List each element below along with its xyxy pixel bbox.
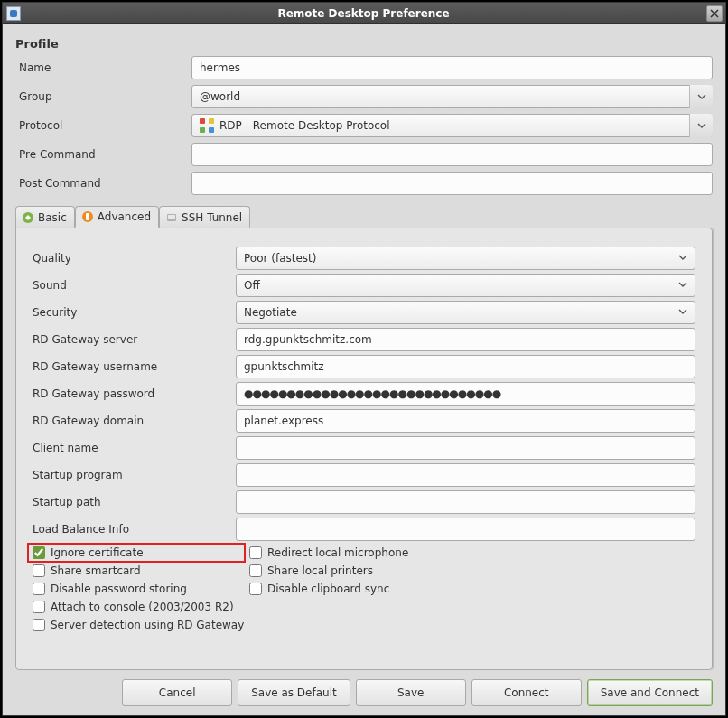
svg-rect-4: [168, 215, 175, 219]
chevron-down-icon: [678, 306, 687, 319]
input-pre-command[interactable]: [191, 143, 713, 166]
titlebar: Remote Desktop Preference: [3, 3, 725, 24]
row-post-command: Post Command: [15, 172, 713, 195]
row-rd-domain: RD Gateway domain: [33, 409, 695, 433]
checkbox-redirect-microphone-input[interactable]: [249, 546, 262, 559]
label-rd-user: RD Gateway username: [33, 360, 236, 373]
checkbox-share-smartcard[interactable]: Share smartcard: [33, 564, 240, 577]
combo-group-display[interactable]: @world: [191, 85, 713, 108]
row-quality: Quality Poor (fastest): [33, 247, 695, 270]
row-rd-server: RD Gateway server: [33, 328, 695, 351]
checkbox-redirect-microphone-label: Redirect local microphone: [267, 546, 408, 559]
checkbox-attach-console-input[interactable]: [33, 601, 45, 613]
input-post-command[interactable]: [191, 172, 713, 195]
tab-ssh-tunnel[interactable]: SSH Tunnel: [159, 206, 250, 228]
select-quality-value: Poor (fastest): [244, 252, 316, 265]
input-client-name[interactable]: [236, 436, 695, 460]
rdp-protocol-icon: [200, 118, 214, 133]
row-startup-path: Startup path: [33, 490, 695, 514]
row-protocol: Protocol RDP - Remote Desktop Protocol: [15, 114, 713, 137]
ssh-tunnel-tab-icon: [165, 211, 178, 224]
checkbox-share-printers[interactable]: Share local printers: [249, 564, 695, 577]
checkbox-server-detection-input[interactable]: [33, 619, 45, 631]
checkbox-server-detection[interactable]: Server detection using RD Gateway: [33, 619, 695, 631]
select-sound[interactable]: Off: [236, 274, 695, 297]
tab-basic[interactable]: Basic: [15, 206, 75, 228]
checkbox-attach-console[interactable]: Attach to console (2003/2003 R2): [33, 601, 695, 613]
input-rd-server[interactable]: [236, 328, 695, 351]
tabstrip: Basic Advanced SSH Tunnel: [15, 206, 713, 228]
tabpane-advanced: Quality Poor (fastest) Sound Off Securit…: [15, 228, 713, 670]
checkbox-ignore-certificate-input[interactable]: [33, 546, 45, 559]
input-rd-pass[interactable]: [236, 382, 695, 406]
label-quality: Quality: [33, 252, 236, 265]
advanced-tab-icon: [81, 210, 94, 223]
checkbox-disable-clipboard-sync-label: Disable clipboard sync: [267, 583, 389, 595]
combo-group-arrow[interactable]: [689, 85, 713, 108]
row-name: Name: [15, 56, 713, 79]
connect-button[interactable]: Connect: [471, 679, 582, 706]
checkbox-disable-password-storing[interactable]: Disable password storing: [33, 583, 240, 595]
checkbox-share-printers-input[interactable]: [249, 564, 262, 577]
select-quality[interactable]: Poor (fastest): [236, 247, 695, 270]
tab-advanced[interactable]: Advanced: [75, 206, 159, 228]
save-button[interactable]: Save: [356, 679, 466, 706]
row-client-name: Client name: [33, 436, 695, 460]
app-icon: [6, 6, 21, 21]
svg-rect-2: [86, 213, 89, 220]
tabs-frame: Basic Advanced SSH Tunnel Qual: [15, 206, 713, 670]
select-security-value: Negotiate: [244, 306, 297, 319]
checkbox-disable-clipboard-sync[interactable]: Disable clipboard sync: [249, 583, 695, 595]
window-title: Remote Desktop Preference: [21, 7, 706, 20]
input-rd-user[interactable]: [236, 355, 695, 378]
cancel-button[interactable]: Cancel: [122, 679, 232, 706]
label-pre-command: Pre Command: [15, 148, 191, 161]
checkbox-share-smartcard-input[interactable]: [33, 564, 45, 577]
input-name[interactable]: [191, 56, 713, 79]
label-rd-server: RD Gateway server: [33, 333, 236, 346]
checkbox-server-detection-label: Server detection using RD Gateway: [51, 619, 244, 631]
label-startup-path: Startup path: [33, 496, 236, 508]
row-pre-command: Pre Command: [15, 143, 713, 166]
profile-section-title: Profile: [15, 37, 713, 51]
combo-protocol-arrow[interactable]: [689, 114, 713, 137]
close-icon: [710, 9, 719, 18]
checkbox-disable-clipboard-sync-input[interactable]: [249, 583, 262, 595]
chevron-down-icon: [678, 279, 687, 292]
content-area: Profile Name Group @world Protocol: [3, 24, 725, 715]
input-rd-domain[interactable]: [236, 409, 695, 433]
row-rd-pass: RD Gateway password: [33, 382, 695, 406]
combo-protocol-display[interactable]: RDP - Remote Desktop Protocol: [191, 114, 713, 137]
label-startup-program: Startup program: [33, 469, 236, 481]
input-load-balance[interactable]: [236, 518, 695, 541]
row-security: Security Negotiate: [33, 301, 695, 324]
combo-protocol-value: RDP - Remote Desktop Protocol: [219, 119, 390, 132]
label-name: Name: [15, 61, 191, 74]
checkbox-share-smartcard-label: Share smartcard: [51, 564, 141, 577]
label-protocol: Protocol: [15, 119, 191, 132]
checkbox-disable-password-storing-label: Disable password storing: [51, 583, 187, 595]
checkbox-ignore-certificate[interactable]: Ignore certificate: [27, 543, 246, 563]
label-rd-domain: RD Gateway domain: [33, 415, 236, 427]
save-as-default-button[interactable]: Save as Default: [238, 679, 350, 706]
label-sound: Sound: [33, 279, 236, 292]
checkbox-ignore-certificate-label: Ignore certificate: [51, 546, 144, 559]
row-startup-program: Startup program: [33, 463, 695, 487]
basic-tab-icon: [22, 211, 34, 224]
save-and-connect-button[interactable]: Save and Connect: [587, 679, 713, 706]
input-startup-path[interactable]: [236, 490, 695, 514]
chevron-down-icon: [697, 92, 706, 101]
window-close-button[interactable]: [706, 5, 723, 22]
window: Remote Desktop Preference Profile Name G…: [2, 2, 726, 716]
checkbox-redirect-microphone[interactable]: Redirect local microphone: [249, 546, 695, 559]
combo-group[interactable]: @world: [191, 85, 713, 108]
tab-advanced-label: Advanced: [98, 210, 151, 223]
row-rd-user: RD Gateway username: [33, 355, 695, 378]
tab-ssh-tunnel-label: SSH Tunnel: [182, 211, 242, 224]
combo-protocol[interactable]: RDP - Remote Desktop Protocol: [191, 114, 713, 137]
row-group: Group @world: [15, 85, 713, 108]
checkbox-grid: Ignore certificate Redirect local microp…: [33, 546, 695, 631]
checkbox-disable-password-storing-input[interactable]: [33, 583, 45, 595]
select-security[interactable]: Negotiate: [236, 301, 695, 324]
input-startup-program[interactable]: [236, 463, 695, 487]
